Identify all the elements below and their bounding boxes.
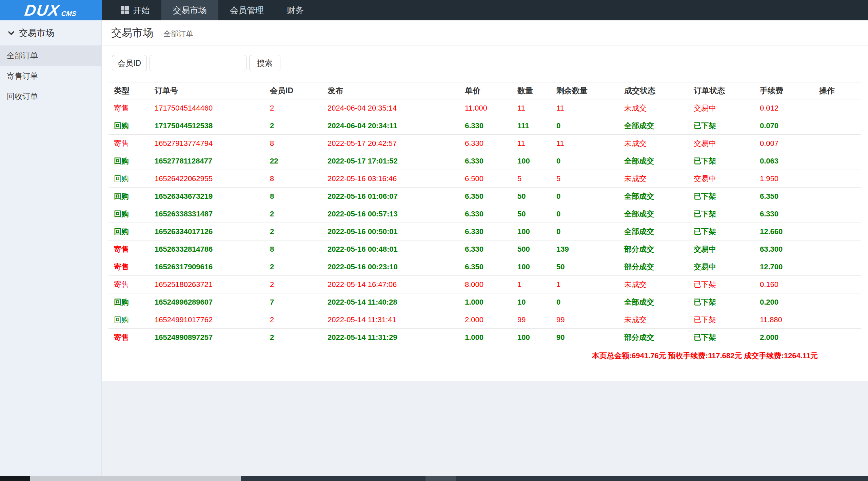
- nav-item-trade-market[interactable]: 交易市场: [161, 0, 218, 20]
- breadcrumb: 全部订单: [163, 29, 193, 39]
- cell-member_id: 8: [264, 240, 322, 258]
- cell-order_status: 已下架: [688, 117, 754, 135]
- cell-quantity: 100: [512, 152, 551, 170]
- cell-fee: 2.000: [754, 329, 814, 346]
- cell-member_id: 8: [264, 170, 322, 188]
- cell-fee: 6.330: [754, 205, 814, 223]
- cell-action: [814, 223, 861, 240]
- table-row: 寄售1652791377479482022-05-17 20:42:576.33…: [108, 135, 861, 152]
- cell-order_status: 已下架: [688, 223, 754, 240]
- cell-order_status: 交易中: [688, 135, 754, 152]
- cell-order_status: 交易中: [688, 240, 754, 258]
- nav-item-label: 交易市场: [173, 5, 207, 16]
- cell-unit_price: 6.500: [459, 170, 512, 188]
- cell-type: 寄售: [108, 99, 149, 117]
- cell-order_no: 17175045144460: [149, 99, 264, 117]
- column-header: 手续费: [754, 82, 814, 99]
- cell-order_no: 16525180263721: [149, 276, 264, 293]
- sidebar-item-recycle-orders[interactable]: 回收订单: [0, 86, 101, 107]
- horizontal-scrollbar-thumb[interactable]: [30, 476, 241, 481]
- cell-order_no: 16524990897257: [149, 329, 264, 346]
- cell-type: 回购: [108, 117, 149, 135]
- cell-type: 寄售: [108, 258, 149, 276]
- cell-action: [814, 329, 861, 346]
- cell-type: 寄售: [108, 276, 149, 293]
- cell-member_id: 8: [264, 188, 322, 205]
- bottom-bar: [0, 476, 868, 481]
- cell-fee: 12.660: [754, 223, 814, 240]
- cell-deal_status: 全部成交: [619, 117, 688, 135]
- cell-member_id: 2: [264, 329, 322, 346]
- cell-fee: 0.160: [754, 276, 814, 293]
- cell-order_no: 17175044512538: [149, 117, 264, 135]
- cell-published: 2022-05-16 03:16:46: [322, 170, 459, 188]
- cell-fee: 0.070: [754, 117, 814, 135]
- cell-published: 2022-05-14 16:47:06: [322, 276, 459, 293]
- cell-action: [814, 188, 861, 205]
- app-logo[interactable]: DUX CMS: [0, 0, 102, 20]
- cell-order_status: 交易中: [688, 99, 754, 117]
- cell-published: 2022-05-14 11:40:28: [322, 293, 459, 311]
- nav-item-finance[interactable]: 财务: [275, 0, 315, 20]
- sidebar-group-trade-market[interactable]: 交易市场: [0, 20, 101, 45]
- nav-menu: 开始 交易市场 会员管理 财务: [102, 0, 315, 20]
- table-row: 回购1717504451253822024-06-04 20:34:116.33…: [108, 117, 861, 135]
- nav-item-member-management[interactable]: 会员管理: [218, 0, 275, 20]
- sidebar-item-all-orders[interactable]: 全部订单: [0, 45, 101, 66]
- cell-member_id: 2: [264, 99, 322, 117]
- cell-member_id: 8: [264, 135, 322, 152]
- cell-order_status: 已下架: [688, 276, 754, 293]
- cell-unit_price: 1.000: [459, 293, 512, 311]
- cell-unit_price: 6.350: [459, 258, 512, 276]
- table-row: 回购16527781128477222022-05-17 17:01:526.3…: [108, 152, 861, 170]
- table-body: 寄售1717504514446022024-06-04 20:35:1411.0…: [108, 99, 861, 346]
- cell-type: 回购: [108, 205, 149, 223]
- cell-order_status: 已下架: [688, 329, 754, 346]
- cell-quantity: 50: [512, 188, 551, 205]
- cell-order_no: 16524991017762: [149, 311, 264, 329]
- nav-item-start[interactable]: 开始: [109, 0, 161, 20]
- cell-published: 2022-05-17 17:01:52: [322, 152, 459, 170]
- sidebar-item-consignment-orders[interactable]: 寄售订单: [0, 66, 101, 86]
- search-bar: 会员ID 搜索: [112, 55, 861, 71]
- cell-type: 回购: [108, 188, 149, 205]
- cell-unit_price: 6.330: [459, 223, 512, 240]
- cell-quantity: 5: [512, 170, 551, 188]
- main-area: 交易市场 全部订单 会员ID 搜索 类型订单号会员ID发布单价数量剩余数量成交状…: [102, 20, 868, 476]
- sidebar: 交易市场 全部订单 寄售订单 回收订单: [0, 20, 102, 476]
- cell-published: 2022-05-16 00:50:01: [322, 223, 459, 240]
- cell-quantity: 10: [512, 293, 551, 311]
- cell-quantity: 100: [512, 223, 551, 240]
- cell-action: [814, 311, 861, 329]
- cell-action: [814, 276, 861, 293]
- cell-published: 2024-06-04 20:35:14: [322, 99, 459, 117]
- cell-published: 2022-05-14 11:31:41: [322, 311, 459, 329]
- nav-item-label: 财务: [287, 5, 304, 16]
- cell-order_no: 16526343673219: [149, 188, 264, 205]
- logo-title: DUX: [24, 2, 61, 18]
- cell-member_id: 2: [264, 223, 322, 240]
- column-header: 单价: [459, 82, 512, 99]
- cell-unit_price: 6.330: [459, 240, 512, 258]
- search-button[interactable]: 搜索: [249, 55, 280, 71]
- bottom-bar-highlight: [426, 476, 456, 481]
- column-header: 订单状态: [688, 82, 754, 99]
- cell-fee: 1.950: [754, 170, 814, 188]
- cell-order_status: 已下架: [688, 188, 754, 205]
- cell-quantity: 111: [512, 117, 551, 135]
- member-id-input[interactable]: [150, 55, 246, 71]
- cell-quantity: 99: [512, 311, 551, 329]
- nav-item-label: 会员管理: [230, 5, 264, 16]
- cell-order_status: 已下架: [688, 311, 754, 329]
- cell-quantity: 50: [512, 205, 551, 223]
- cell-remaining: 11: [551, 99, 619, 117]
- cell-unit_price: 8.000: [459, 276, 512, 293]
- cell-quantity: 1: [512, 276, 551, 293]
- cell-fee: 0.012: [754, 99, 814, 117]
- cell-action: [814, 135, 861, 152]
- cell-type: 回购: [108, 170, 149, 188]
- cell-deal_status: 全部成交: [619, 152, 688, 170]
- table-row: 回购1652634367321982022-05-16 01:06:076.35…: [108, 188, 861, 205]
- cell-remaining: 5: [551, 170, 619, 188]
- cell-unit_price: 6.330: [459, 205, 512, 223]
